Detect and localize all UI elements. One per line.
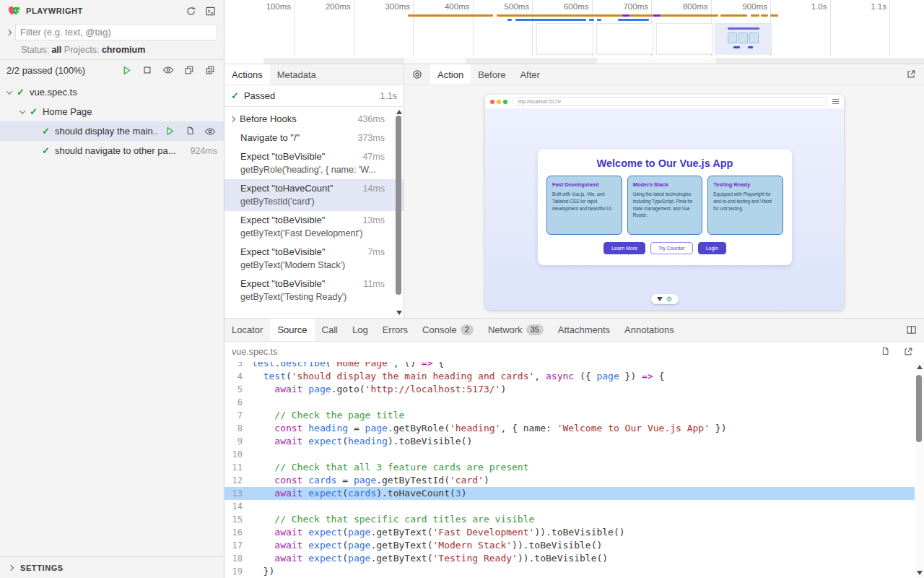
vue-logo-icon — [657, 297, 663, 301]
middle-row: ActionsMetadata ✓ Passed 1.1s Before Hoo… — [225, 64, 924, 318]
scrollbar-thumb[interactable] — [396, 116, 401, 295]
scrollbar-thumb[interactable] — [916, 375, 922, 442]
tab-metadata[interactable]: Metadata — [270, 64, 323, 85]
tab-locator[interactable]: Locator — [225, 319, 270, 341]
tab-after[interactable]: After — [513, 64, 546, 85]
action-item-expect-tobevisible[interactable]: Expect "toBeVisible"11msgetByText('Testi… — [225, 275, 404, 306]
login-button[interactable]: Login — [698, 242, 726, 254]
action-item-expect-tobevisible[interactable]: Expect "toBeVisible"13msgetByText('Fast … — [225, 211, 404, 243]
code-line-10: 10 — [225, 448, 924, 461]
collapse-all-icon[interactable] — [182, 63, 196, 77]
scroll-down-icon[interactable] — [917, 571, 923, 575]
timeline-range-highlight — [404, 58, 466, 64]
expand-all-icon[interactable] — [203, 63, 217, 77]
timeline-gridline — [532, 0, 533, 56]
tab-action[interactable]: Action — [430, 64, 471, 85]
timeline-thumbnail[interactable] — [596, 23, 653, 54]
timeline-tick-label: 200ms — [299, 2, 351, 11]
open-external-icon[interactable] — [901, 345, 915, 359]
feature-card-testing-ready: Testing ReadyEquipped with Playwright fo… — [707, 176, 783, 235]
tab-before[interactable]: Before — [471, 64, 513, 85]
reload-icon[interactable] — [183, 4, 198, 18]
status-label: Status: — [21, 45, 49, 55]
toggle-output-icon[interactable] — [203, 4, 217, 18]
chevron-down-icon[interactable] — [19, 108, 25, 113]
settings-section-header[interactable]: SETTINGS — [0, 556, 224, 578]
source-icon[interactable] — [183, 124, 197, 139]
code-line-7: 7 // Check the page title — [225, 409, 924, 422]
pick-locator-icon[interactable] — [410, 67, 424, 82]
timeline-thumbnail[interactable] — [536, 23, 593, 54]
page-snapshot[interactable]: http://localhost:5173/ Welcome to Our Vu… — [485, 95, 844, 310]
action-title: Expect "toBeVisible" — [230, 278, 325, 289]
tree-item-should-display-the-main[interactable]: ✓should display the main... — [0, 121, 224, 141]
line-number: 8 — [225, 422, 252, 435]
actions-panel: ActionsMetadata ✓ Passed 1.1s Before Hoo… — [225, 64, 404, 318]
action-locator: getByTestId('card') — [230, 197, 385, 207]
timeline-gridline — [354, 0, 354, 56]
chevron-right-icon[interactable] — [6, 29, 12, 35]
tree-item-home-page[interactable]: ✓Home Page — [0, 102, 224, 121]
trace-timeline[interactable]: 100ms200ms300ms400ms500ms600ms700ms800ms… — [225, 0, 924, 64]
timeline-range-highlight — [597, 58, 716, 64]
line-number: 5 — [225, 383, 252, 396]
vue-devtools-pill[interactable]: ⚙ — [651, 294, 679, 304]
action-item-expect-tobevisible[interactable]: Expect "toBeVisible"7msgetByText('Modern… — [225, 243, 404, 275]
tab-errors[interactable]: Errors — [375, 319, 415, 341]
scroll-down-icon[interactable] — [396, 311, 402, 315]
timeline-range-strip[interactable] — [263, 58, 924, 64]
welcome-card: Welcome to Our Vue.js App Fast Developme… — [538, 149, 792, 265]
learn-more-button[interactable]: Learn More — [603, 242, 645, 254]
line-number: 3 — [225, 362, 252, 370]
chevron-right-icon[interactable] — [230, 116, 235, 121]
line-number: 18 — [225, 552, 252, 565]
split-view-icon[interactable] — [904, 323, 918, 337]
watch-icon[interactable] — [203, 124, 217, 139]
actions-tabbar: ActionsMetadata — [225, 64, 404, 85]
tab-console[interactable]: Console2 — [415, 319, 481, 341]
tree-item-vue-spec-ts[interactable]: ✓vue.spec.ts — [0, 82, 224, 102]
page-heading: Welcome to Our Vue.js App — [546, 158, 783, 169]
chevron-down-icon[interactable] — [6, 88, 12, 94]
copy-icon[interactable] — [878, 345, 892, 359]
source-scrollbar[interactable] — [915, 362, 924, 578]
filter-status-line[interactable]: Status: all Projects: chromium — [0, 43, 224, 60]
timeline-thumbnail[interactable] — [715, 23, 772, 54]
sidebar-header: PLAYWRIGHT — [0, 0, 224, 22]
minimize-dot-icon — [497, 100, 501, 104]
watch-all-icon[interactable] — [161, 63, 175, 77]
tree-item-label: should display the main... — [55, 126, 157, 137]
action-item-navigate-to[interactable]: Navigate to "/"373ms — [225, 129, 404, 147]
feature-card-title: Testing Ready — [713, 181, 777, 188]
action-item-expect-tohavecount[interactable]: Expect "toHaveCount"14msgetByTestId('car… — [225, 179, 404, 211]
code-line-11: 11 // Check that all 3 feature cards are… — [225, 461, 924, 474]
code-text: await expect(page.getByText('Testing Rea… — [252, 552, 608, 565]
test-duration: 924ms — [190, 146, 217, 156]
tab-network[interactable]: Network35 — [481, 319, 551, 341]
stop-icon[interactable] — [140, 63, 154, 77]
tab-log[interactable]: Log — [345, 319, 375, 341]
timeline-tick-label: 700ms — [596, 2, 648, 11]
tab-call[interactable]: Call — [315, 319, 345, 341]
timeline-thumbnail[interactable] — [656, 23, 712, 54]
try-counter-button[interactable]: Try Counter — [650, 242, 693, 254]
actions-scrollbar[interactable] — [394, 107, 404, 318]
run-icon[interactable] — [162, 124, 177, 139]
action-item-before-hooks[interactable]: Before Hooks436ms — [225, 110, 404, 129]
code-text: // Check that specific card titles are v… — [252, 513, 534, 526]
tab-actions[interactable]: Actions — [225, 64, 270, 85]
test-summary-row: 2/2 passed (100%) — [0, 60, 224, 80]
run-all-icon[interactable] — [119, 63, 134, 77]
tree-item-should-navigate-to-other-pa[interactable]: ✓should navigate to other pa...924ms — [0, 141, 224, 160]
tab-attachments[interactable]: Attachments — [551, 319, 617, 341]
action-locator: getByRole('heading', { name: 'W... — [230, 165, 385, 175]
line-number: 11 — [225, 461, 252, 474]
code-text: }) — [252, 565, 274, 578]
open-external-icon[interactable] — [904, 67, 918, 82]
tab-annotations[interactable]: Annotations — [617, 319, 681, 341]
test-tree: ✓vue.spec.ts✓Home Page✓should display th… — [0, 82, 224, 160]
filter-input[interactable] — [15, 24, 217, 40]
action-item-expect-tobevisible[interactable]: Expect "toBeVisible"47msgetByRole('headi… — [225, 147, 404, 179]
line-number: 14 — [225, 500, 252, 513]
tab-source[interactable]: Source — [270, 319, 314, 341]
